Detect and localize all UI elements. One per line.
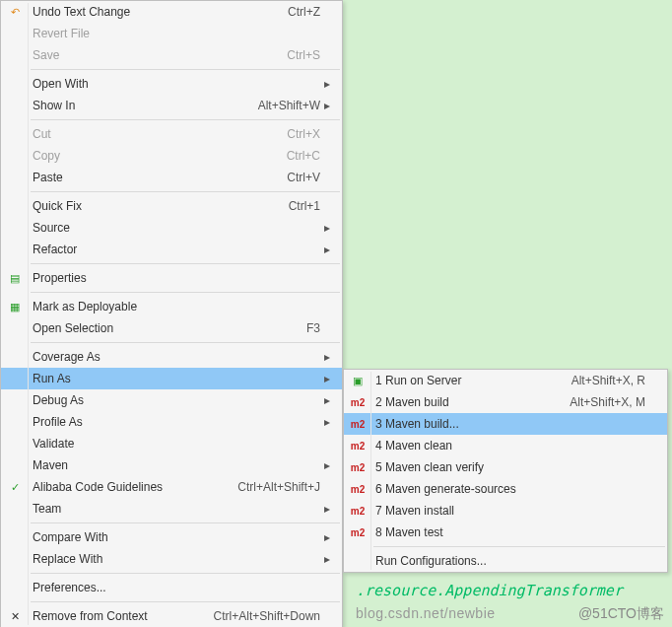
menu-item-label: Copy xyxy=(29,149,277,163)
code-fragment: .resource.AppendingTransformer xyxy=(356,582,623,599)
menu-item-label: Source xyxy=(29,221,310,235)
url-fragment: blog.csdn.net/newbie xyxy=(356,605,496,621)
menu-item-shortcut: Ctrl+Alt+Shift+J xyxy=(228,480,320,494)
menu-separator xyxy=(31,522,340,523)
chevron-right-icon: ▸ xyxy=(320,415,334,429)
menu-item-shortcut: Alt+Shift+X, M xyxy=(560,395,645,409)
chevron-right-icon: ▸ xyxy=(320,372,334,385)
menu-item-cut: CutCtrl+X xyxy=(1,123,342,145)
remove-icon: ✕ xyxy=(1,610,29,623)
m2-icon: m2 xyxy=(344,484,371,495)
menu-item-coverage-as[interactable]: Coverage As▸ xyxy=(1,346,342,368)
menu-item-source[interactable]: Source▸ xyxy=(1,217,342,239)
menu-item-open-with[interactable]: Open With▸ xyxy=(1,73,342,95)
chevron-right-icon: ▸ xyxy=(320,350,334,364)
menu-item-label: Quick Fix xyxy=(29,199,279,213)
menu-item-label: 6 Maven generate-sources xyxy=(371,482,636,496)
menu-item-paste[interactable]: PasteCtrl+V xyxy=(1,167,342,188)
menu-item-label: Remove from Context xyxy=(29,609,204,623)
menu-item-label: Debug As xyxy=(29,393,310,407)
menu-item-label: Replace With xyxy=(29,552,310,566)
run-as-submenu[interactable]: ▣1 Run on ServerAlt+Shift+X, Rm22 Maven … xyxy=(343,369,668,573)
menu-item-profile-as[interactable]: Profile As▸ xyxy=(1,411,342,433)
submenu-item-3-maven-build[interactable]: m23 Maven build... xyxy=(344,413,667,435)
menu-item-label: Cut xyxy=(29,127,277,141)
chevron-right-icon: ▸ xyxy=(320,458,334,472)
menu-item-label: 8 Maven test xyxy=(371,525,636,539)
server-icon: ▣ xyxy=(344,375,371,387)
chevron-right-icon: ▸ xyxy=(320,530,334,544)
alibaba-icon: ✓ xyxy=(1,481,29,494)
chevron-right-icon: ▸ xyxy=(320,552,334,566)
context-menu[interactable]: ↶Undo Text ChangeCtrl+ZRevert FileSaveCt… xyxy=(0,0,343,627)
menu-item-label: Revert File xyxy=(29,27,310,40)
deploy-icon: ▦ xyxy=(1,301,29,314)
menu-item-label: Properties xyxy=(29,271,310,285)
menu-item-copy: CopyCtrl+C xyxy=(1,145,342,167)
menu-item-run-as[interactable]: Run As▸ xyxy=(1,368,342,389)
menu-item-label: Alibaba Code Guidelines xyxy=(29,480,228,494)
submenu-item-4-maven-clean[interactable]: m24 Maven clean xyxy=(344,435,667,456)
menu-item-mark-as-deployable[interactable]: ▦Mark as Deployable xyxy=(1,296,342,317)
menu-item-alibaba-code-guidelines[interactable]: ✓Alibaba Code GuidelinesCtrl+Alt+Shift+J xyxy=(1,476,342,498)
menu-item-debug-as[interactable]: Debug As▸ xyxy=(1,389,342,411)
menu-item-label: Maven xyxy=(29,458,310,472)
m2-icon: m2 xyxy=(344,397,371,408)
submenu-item-5-maven-clean-verify[interactable]: m25 Maven clean verify xyxy=(344,456,667,478)
menu-item-shortcut: Ctrl+C xyxy=(277,149,320,163)
menu-separator xyxy=(31,119,340,120)
menu-separator xyxy=(31,191,340,192)
menu-item-shortcut: Ctrl+X xyxy=(277,127,320,141)
submenu-item-run-configurations[interactable]: Run Configurations... xyxy=(344,550,667,572)
watermark: @51CTO博客 xyxy=(578,605,664,623)
menu-item-replace-with[interactable]: Replace With▸ xyxy=(1,548,342,570)
menu-item-show-in[interactable]: Show InAlt+Shift+W▸ xyxy=(1,95,342,116)
menu-separator xyxy=(31,263,340,264)
menu-item-quick-fix[interactable]: Quick FixCtrl+1 xyxy=(1,195,342,217)
m2-icon: m2 xyxy=(344,527,371,538)
menu-item-label: Coverage As xyxy=(29,350,310,364)
menu-item-label: 2 Maven build xyxy=(371,395,560,409)
menu-gutter xyxy=(28,3,29,625)
chevron-right-icon: ▸ xyxy=(320,243,334,256)
menu-item-label: Paste xyxy=(29,171,277,184)
menu-separator xyxy=(31,342,340,343)
menu-item-validate[interactable]: Validate xyxy=(1,433,342,454)
menu-item-maven[interactable]: Maven▸ xyxy=(1,454,342,476)
menu-item-label: Preferences... xyxy=(29,581,310,594)
menu-item-preferences[interactable]: Preferences... xyxy=(1,577,342,598)
menu-item-shortcut: Ctrl+1 xyxy=(279,199,320,213)
m2-icon: m2 xyxy=(344,419,371,430)
menu-item-label: Open Selection xyxy=(29,321,297,335)
menu-separator xyxy=(31,573,340,574)
menu-item-open-selection[interactable]: Open SelectionF3 xyxy=(1,317,342,339)
menu-item-label: Compare With xyxy=(29,530,310,544)
menu-item-team[interactable]: Team▸ xyxy=(1,498,342,520)
chevron-right-icon: ▸ xyxy=(320,221,334,235)
menu-item-label: 1 Run on Server xyxy=(371,374,562,387)
chevron-right-icon: ▸ xyxy=(320,77,334,91)
menu-gutter xyxy=(370,372,371,570)
menu-item-label: Refactor xyxy=(29,243,310,256)
submenu-item-8-maven-test[interactable]: m28 Maven test xyxy=(344,522,667,543)
menu-item-shortcut: Alt+Shift+X, R xyxy=(562,374,645,387)
properties-icon: ▤ xyxy=(1,272,29,285)
m2-icon: m2 xyxy=(344,506,371,517)
chevron-right-icon: ▸ xyxy=(320,502,334,516)
submenu-item-7-maven-install[interactable]: m27 Maven install xyxy=(344,500,667,522)
menu-separator xyxy=(373,546,665,547)
m2-icon: m2 xyxy=(344,462,371,473)
menu-item-label: Run As xyxy=(29,372,310,385)
submenu-item-1-run-on-server[interactable]: ▣1 Run on ServerAlt+Shift+X, R xyxy=(344,370,667,391)
menu-item-label: Save xyxy=(29,48,277,62)
chevron-right-icon: ▸ xyxy=(320,99,334,112)
menu-item-label: 4 Maven clean xyxy=(371,439,636,453)
submenu-item-6-maven-generate-sources[interactable]: m26 Maven generate-sources xyxy=(344,478,667,500)
submenu-item-2-maven-build[interactable]: m22 Maven buildAlt+Shift+X, M xyxy=(344,391,667,413)
m2-icon: m2 xyxy=(344,441,371,452)
menu-item-compare-with[interactable]: Compare With▸ xyxy=(1,526,342,548)
menu-item-remove-from-context[interactable]: ✕Remove from ContextCtrl+Alt+Shift+Down xyxy=(1,605,342,627)
menu-item-properties[interactable]: ▤Properties xyxy=(1,267,342,289)
menu-item-refactor[interactable]: Refactor▸ xyxy=(1,239,342,260)
menu-item-undo-text-change[interactable]: ↶Undo Text ChangeCtrl+Z xyxy=(1,1,342,23)
